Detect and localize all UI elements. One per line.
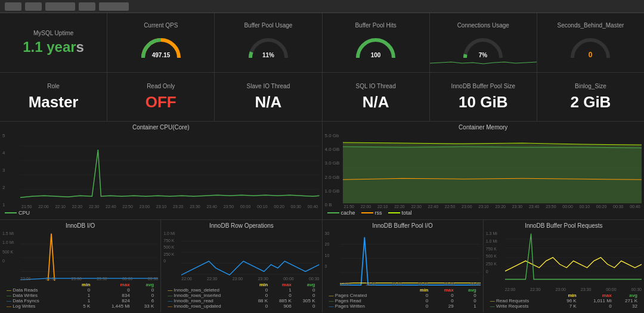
innodb-pool-io-area: 3020100 22:0022:3023:0023:3000:0000:30 — [325, 230, 481, 286]
card-role-value: Master — [29, 93, 79, 111]
innodb-row-y-axis: 1.0 Mi750 K500 K250 K0 — [163, 230, 181, 264]
svg-text:100: 100 — [371, 52, 381, 58]
innodb-pool-io-svg — [340, 230, 481, 286]
top-bar-btn-4[interactable] — [79, 2, 95, 11]
card-buffer-pool-hits: Buffer Pool Hits 100 — [323, 13, 430, 72]
card-mysql-uptime-value: 1.1 years — [23, 39, 84, 55]
innodb-row-chart: InnoDB Row Operations 1.0 Mi750 K500 K25… — [161, 220, 322, 312]
memory-chart-title: Container Memory — [325, 124, 642, 131]
innodb-row-svg — [181, 230, 319, 281]
innodb-pool-req-chart: InnoDB Buffer Pool Requests 1.3 Mi1.0 Mi… — [484, 220, 644, 312]
innodb-pool-req-area: 1.3 Mi1.0 Mi750 K500 K250 K0 22:0022:302… — [486, 230, 642, 292]
innodb-row-title: InnoDB Row Operations — [163, 222, 319, 229]
innodb-io-chart: InnoDB I/O 1.5 Mi1.0 Mi500 K0 22:0022:30… — [0, 220, 161, 312]
card-slave-io-thread-value: N/A — [255, 93, 282, 111]
card-buffer-pool-hits-title: Buffer Pool Hits — [355, 22, 396, 29]
innodb-io-title: InnoDB I/O — [2, 222, 158, 229]
current-qps-gauge: 497.15 — [137, 31, 185, 64]
connections-sparkline — [430, 54, 537, 66]
card-sql-io-thread-title: SQL IO Thread — [355, 83, 395, 89]
cpu-chart-legend: CPU — [2, 209, 320, 217]
innodb-row-x-axis: 22:0022:3023:0023:3000:0000:30 — [181, 277, 319, 281]
card-read-only-value: OFF — [145, 93, 177, 111]
cpu-chart-title: Container CPU(Core) — [2, 124, 320, 131]
card-innodb-buffer-pool-size-value: 10 GiB — [459, 93, 507, 111]
cpu-chart-area: 54321 21:5022:0022:1022:2022:3022:4022:5… — [2, 132, 320, 209]
memory-x-axis: 21:5022:0022:1022:2022:3022:4022:5023:00… — [343, 204, 642, 209]
charts-section: Container CPU(Core) 54321 21:5022:0022:1… — [0, 122, 644, 220]
memory-chart-panel: Container Memory 5.0 Gb4.0 GB3.0 GB2.0 G… — [323, 122, 645, 219]
svg-rect-18 — [20, 230, 158, 281]
cpu-y-axis: 54321 — [2, 132, 20, 209]
innodb-io-y-axis: 1.5 Mi1.0 Mi500 K0 — [2, 230, 20, 264]
card-sql-io-thread-value: N/A — [363, 93, 389, 111]
svg-marker-17 — [343, 147, 642, 203]
bottom-charts-section: InnoDB I/O 1.5 Mi1.0 Mi500 K0 22:0022:30… — [0, 220, 644, 312]
metrics-row-1: MySQL Uptime 1.1 years Current QPS 497.1… — [0, 13, 644, 73]
top-bar-btn-1[interactable] — [5, 2, 21, 11]
card-read-only: Read Only OFF — [107, 73, 215, 121]
innodb-pool-req-svg — [505, 230, 642, 285]
innodb-pool-req-stats: minmaxavg — Read Requests96 K1,011 Mi271… — [486, 292, 642, 310]
innodb-pool-io-title: InnoDB Buffer Pool I/O — [325, 222, 481, 229]
innodb-pool-req-y-axis: 1.3 Mi1.0 Mi750 K500 K250 K0 — [486, 230, 505, 275]
card-binlog-size-value: 2 GiB — [570, 93, 611, 111]
card-innodb-buffer-pool-size-title: InnoDB Buffer Pool Size — [451, 83, 515, 89]
innodb-io-svg — [20, 230, 158, 281]
svg-text:11%: 11% — [262, 52, 274, 58]
card-role-title: Role — [47, 83, 60, 89]
memory-chart-svg — [343, 132, 642, 203]
innodb-pool-req-x-axis: 22:0022:3023:0023:3000:0000:30 — [505, 287, 642, 292]
card-seconds-behind-master: Seconds_Behind_Master 0 — [537, 13, 644, 72]
memory-chart-legend: cache rss total — [325, 209, 642, 217]
card-connections-usage-title: Connections Usage — [457, 22, 509, 29]
cpu-chart-svg — [20, 132, 320, 203]
memory-chart-area: 5.0 Gb4.0 GB3.0 GB2.0 GB1.0 GB0 B 21:5 — [325, 132, 642, 209]
innodb-pool-io-stats: minmaxavg — Pages Created000 — Pages Rea… — [325, 286, 481, 310]
memory-y-axis: 5.0 Gb4.0 GB3.0 GB2.0 GB1.0 GB0 B — [325, 132, 343, 209]
innodb-pool-io-chart: InnoDB Buffer Pool I/O 3020100 22:0022:3… — [323, 220, 484, 312]
svg-text:497.15: 497.15 — [151, 52, 170, 58]
card-binlog-size-title: Binlog_Size — [575, 83, 606, 89]
top-bar-btn-2[interactable] — [25, 2, 42, 11]
cpu-chart-panel: Container CPU(Core) 54321 21:5022:0022:1… — [0, 122, 323, 219]
card-binlog-size: Binlog_Size 2 GiB — [537, 73, 644, 121]
svg-rect-5 — [20, 132, 320, 203]
card-buffer-pool-usage: Buffer Pool Usage 11% — [215, 13, 322, 72]
card-connections-usage: Connections Usage 7% — [430, 13, 537, 72]
card-current-qps-title: Current QPS — [144, 22, 178, 29]
buffer-pool-usage-gauge: 11% — [244, 31, 292, 64]
top-bar — [0, 0, 644, 13]
innodb-pool-req-title: InnoDB Buffer Pool Requests — [486, 222, 642, 229]
card-mysql-uptime-title: MySQL Uptime — [33, 30, 73, 36]
innodb-io-stats: minmaxavg — Data Reads000 — Data Writes1… — [2, 281, 158, 310]
innodb-row-stats: minmaxavg — Innodb_rows_deleted010 — Inn… — [163, 281, 319, 310]
buffer-pool-hits-gauge: 100 — [352, 31, 400, 64]
innodb-io-x-axis: 22:0022:3023:0023:3000:0000:30 — [20, 277, 158, 281]
card-read-only-title: Read Only — [147, 83, 175, 89]
card-seconds-behind-master-title: Seconds_Behind_Master — [558, 22, 624, 29]
card-sql-io-thread: SQL IO Thread N/A — [323, 73, 430, 121]
card-role: Role Master — [0, 73, 107, 121]
top-bar-btn-5[interactable] — [99, 2, 129, 11]
innodb-pool-io-x-axis: 22:0022:3023:0023:3000:0000:30 — [340, 282, 481, 286]
top-bar-btn-3[interactable] — [45, 2, 75, 11]
card-buffer-pool-usage-title: Buffer Pool Usage — [244, 22, 292, 29]
cpu-x-axis: 21:5022:0022:1022:2022:3022:4022:5023:00… — [20, 204, 320, 209]
card-slave-io-thread: Slave IO Thread N/A — [215, 73, 322, 121]
svg-text:0: 0 — [589, 51, 593, 59]
card-mysql-uptime: MySQL Uptime 1.1 years — [0, 13, 107, 72]
card-current-qps: Current QPS 497.15 — [107, 13, 215, 72]
seconds-behind-master-gauge: 0 — [566, 31, 614, 64]
innodb-row-area: 1.0 Mi750 K500 K250 K0 22:0022:3023:0023… — [163, 230, 319, 281]
innodb-io-area: 1.5 Mi1.0 Mi500 K0 22:0022:3023:0023:300… — [2, 230, 158, 281]
svg-rect-22 — [181, 230, 319, 281]
card-slave-io-thread-title: Slave IO Thread — [247, 83, 290, 89]
innodb-pool-io-y-axis: 3020100 — [325, 230, 340, 269]
card-innodb-buffer-pool-size: InnoDB Buffer Pool Size 10 GiB — [430, 73, 537, 121]
metrics-row-2: Role Master Read Only OFF Slave IO Threa… — [0, 73, 644, 122]
